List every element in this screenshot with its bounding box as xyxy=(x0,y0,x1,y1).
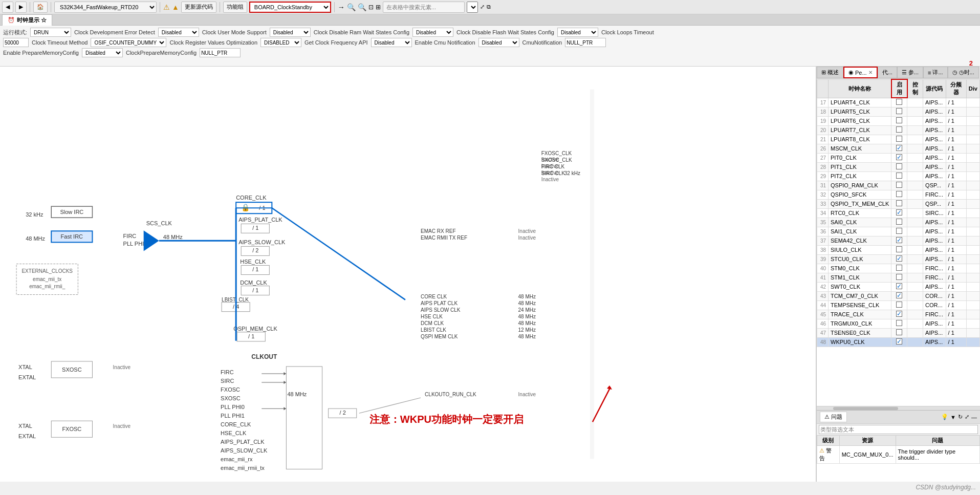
checkbox[interactable] xyxy=(896,163,902,169)
enabled-cell[interactable] xyxy=(891,190,907,199)
cmu-notif-input[interactable] xyxy=(565,38,606,47)
tab-params[interactable]: ☰ 参... xyxy=(897,67,923,78)
tab-clock-display[interactable]: ⏰ 时钟显示 ☆ xyxy=(2,14,52,26)
enabled-cell[interactable] xyxy=(891,162,907,171)
search-input[interactable] xyxy=(383,2,465,13)
table-row[interactable]: 31 QSPIO_RAM_CLK QSP... / 1 xyxy=(817,181,980,190)
checkbox[interactable] xyxy=(896,219,902,225)
cmu-notif-select[interactable]: Disabled xyxy=(478,38,519,47)
lightbulb-icon[interactable]: 💡 xyxy=(941,414,948,420)
enabled-cell[interactable] xyxy=(891,98,907,107)
func-group-btn[interactable]: 功能组 xyxy=(223,2,247,13)
checkbox[interactable] xyxy=(896,274,902,280)
checkbox[interactable] xyxy=(896,302,902,308)
config-select[interactable]: BOARD_ClockStandby xyxy=(249,2,331,13)
search-scope-select[interactable] xyxy=(467,2,478,13)
table-row[interactable]: 20 LPUART7_CLK AIPS... / 1 xyxy=(817,125,980,135)
prepare-mem-input[interactable] xyxy=(200,48,241,57)
run-mode-select[interactable]: DRUN xyxy=(30,28,71,37)
table-row[interactable]: 17 LPUART4_CLK AIPS... / 1 xyxy=(817,98,980,107)
checkbox[interactable] xyxy=(896,320,902,326)
table-row[interactable]: 27 PIT0_CLK AIPS... / 1 xyxy=(817,153,980,162)
checkbox[interactable] xyxy=(896,117,902,123)
table-row[interactable]: 38 SIULO_CLK AIPS... / 1 xyxy=(817,245,980,254)
table-row[interactable]: 44 TEMPSENSE_CLK COR... / 1 xyxy=(817,300,980,310)
enabled-cell[interactable] xyxy=(891,181,907,190)
checkbox[interactable] xyxy=(896,126,902,133)
tab-detail[interactable]: ≡ 详... xyxy=(923,67,948,78)
filter-icon[interactable]: ▼ xyxy=(950,414,956,420)
minimize-problems-icon[interactable]: — xyxy=(971,414,977,420)
enabled-cell[interactable] xyxy=(891,153,907,162)
table-row[interactable]: 28 PIT1_CLK AIPS... / 1 xyxy=(817,162,980,171)
table-row[interactable]: 48 WKPU0_CLK AIPS... / 1 xyxy=(817,337,980,347)
tab-code[interactable]: 代... xyxy=(878,67,897,78)
checkbox[interactable] xyxy=(896,108,902,114)
enabled-cell[interactable] xyxy=(891,135,907,144)
checkbox[interactable] xyxy=(896,136,902,142)
user-mode-select[interactable]: Disabled xyxy=(270,28,311,37)
enabled-cell[interactable] xyxy=(891,107,907,116)
prepare-mem-select[interactable]: Disabled xyxy=(82,48,123,57)
zoom-in-icon[interactable]: 🔍 xyxy=(347,3,356,11)
table-row[interactable]: 45 TRACE_CLK FIRC... / 1 xyxy=(817,310,980,319)
flash-wait-select[interactable]: Disabled xyxy=(557,28,598,37)
checkbox[interactable] xyxy=(896,173,902,179)
fit-icon[interactable]: ⊡ xyxy=(368,4,374,11)
table-row[interactable]: 34 RTC0_CLK SIRC... / 1 xyxy=(817,208,980,218)
sync-icon[interactable]: ↻ xyxy=(958,414,963,420)
tab-pe[interactable]: ◉ Pe... ✕ xyxy=(843,67,878,78)
enabled-cell[interactable] xyxy=(891,171,907,181)
grid-icon[interactable]: ⊞ xyxy=(376,4,381,11)
timeout-value-input[interactable] xyxy=(3,38,29,47)
clock-diagram[interactable]: 32 kHz Slow IRC 48 MHz Fast IRC EXTERNAL… xyxy=(0,67,816,482)
ram-wait-select[interactable]: Disabled xyxy=(412,28,453,37)
table-row[interactable]: 29 PIT2_CLK AIPS... / 1 xyxy=(817,171,980,181)
checkbox[interactable] xyxy=(896,311,902,317)
checkbox[interactable] xyxy=(896,200,902,206)
checkbox[interactable] xyxy=(896,154,902,160)
tab-time[interactable]: ◷ ◷时... xyxy=(948,67,979,78)
forward-btn[interactable]: ▶ xyxy=(15,2,27,13)
problems-tab-issues[interactable]: ⚠ 问题 xyxy=(820,412,847,422)
pe-close-icon[interactable]: ✕ xyxy=(868,70,873,75)
table-row[interactable]: 18 LPUART5_CLK AIPS... / 1 xyxy=(817,107,980,116)
enabled-cell[interactable] xyxy=(891,254,907,264)
enabled-cell[interactable] xyxy=(891,199,907,208)
checkbox[interactable] xyxy=(896,209,902,216)
table-row[interactable]: 42 SWT0_CLK AIPS... / 1 xyxy=(817,282,980,291)
checkbox[interactable] xyxy=(896,255,902,262)
table-row[interactable]: 19 LPUART6_CLK AIPS... / 1 xyxy=(817,116,980,125)
checkbox[interactable] xyxy=(896,237,902,243)
back-btn[interactable]: ◀ xyxy=(2,2,13,13)
zoom-out-icon[interactable]: 🔍 xyxy=(358,3,366,11)
enabled-cell[interactable] xyxy=(891,236,907,245)
enabled-cell[interactable] xyxy=(891,264,907,273)
timeout-method-select[interactable]: OSIF_COUNTER_DUMMY xyxy=(91,38,166,47)
checkbox[interactable] xyxy=(896,246,902,252)
tab-overview[interactable]: ⊞ 概述 xyxy=(817,67,843,78)
h-scrollbar[interactable] xyxy=(817,406,980,410)
restore-icon[interactable]: ⧉ xyxy=(487,4,491,10)
checkbox[interactable] xyxy=(896,191,902,197)
checkbox[interactable] xyxy=(896,265,902,271)
enabled-cell[interactable] xyxy=(891,310,907,319)
checkbox[interactable] xyxy=(896,283,902,289)
checkbox[interactable] xyxy=(896,292,902,298)
home-btn[interactable]: 🏠 xyxy=(33,2,48,13)
enabled-cell[interactable] xyxy=(891,273,907,282)
table-row[interactable]: 33 QSPIO_TX_MEM_CLK QSP... / 1 xyxy=(817,199,980,208)
checkbox[interactable] xyxy=(896,228,902,234)
enabled-cell[interactable] xyxy=(891,208,907,218)
table-row[interactable]: 40 STM0_CLK FIRC... / 1 xyxy=(817,264,980,273)
update-code-btn[interactable]: 更新源代码 xyxy=(181,2,216,13)
table-row[interactable]: 43 TCM_CM7_0_CLK COR... / 1 xyxy=(817,291,980,300)
enabled-cell[interactable] xyxy=(891,291,907,300)
enabled-cell[interactable] xyxy=(891,245,907,254)
table-row[interactable]: 47 TSENSE0_CLK AIPS... / 1 xyxy=(817,328,980,337)
expand-problems-icon[interactable]: ⤢ xyxy=(965,414,969,420)
enabled-cell[interactable] xyxy=(891,337,907,347)
filter-input[interactable] xyxy=(819,425,978,434)
error-detect-select[interactable]: Disabled xyxy=(158,28,199,37)
table-row[interactable]: 36 SAI1_CLK AIPS... / 1 xyxy=(817,227,980,236)
